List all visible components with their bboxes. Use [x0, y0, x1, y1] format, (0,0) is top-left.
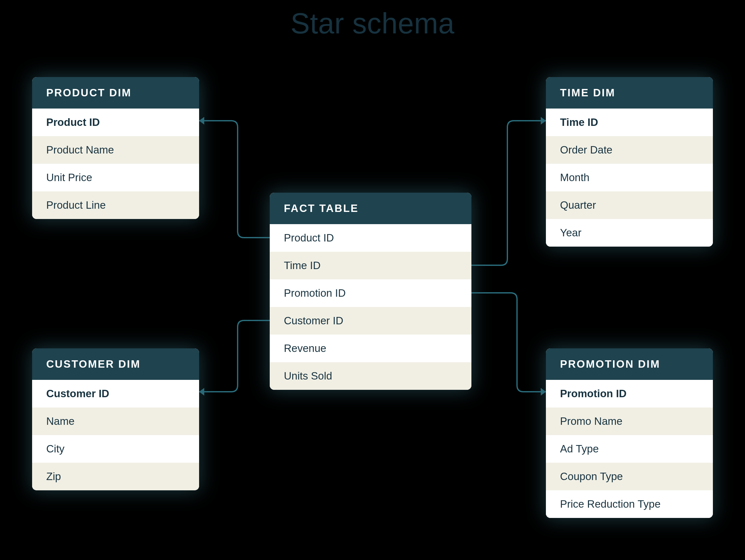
table-row: Quarter [546, 191, 713, 219]
connector-customer [199, 321, 270, 392]
table-row: Name [32, 407, 199, 435]
connector-promotion [472, 293, 546, 392]
table-product-dim: PRODUCT DIM Product ID Product Name Unit… [32, 77, 199, 219]
table-row: Zip [32, 463, 199, 490]
table-row: Order Date [546, 136, 713, 164]
connector-product [199, 121, 270, 238]
table-row: Customer ID [270, 307, 472, 335]
table-row: Unit Price [32, 164, 199, 191]
table-row: Revenue [270, 335, 472, 362]
table-row: Price Reduction Type [546, 490, 713, 518]
table-row: Product ID [32, 108, 199, 136]
connector-customer-arrow [199, 388, 204, 396]
connector-time-arrow [541, 117, 546, 125]
table-time-dim: TIME DIM Time ID Order Date Month Quarte… [546, 77, 713, 246]
table-promotion-dim: PROMOTION DIM Promotion ID Promo Name Ad… [546, 349, 713, 518]
table-row: Product Name [32, 136, 199, 164]
table-fact: FACT TABLE Product ID Time ID Promotion … [270, 193, 472, 390]
table-header: TIME DIM [546, 77, 713, 108]
table-row: City [32, 435, 199, 463]
connector-promotion-arrow [541, 388, 546, 396]
table-header: PROMOTION DIM [546, 349, 713, 380]
table-row: Month [546, 164, 713, 191]
table-row: Promo Name [546, 407, 713, 435]
table-customer-dim: CUSTOMER DIM Customer ID Name City Zip [32, 349, 199, 490]
connector-product-arrow [199, 117, 204, 125]
table-row: Product ID [270, 224, 472, 252]
table-row: Coupon Type [546, 463, 713, 490]
diagram-stage: Star schema PRODUCT DIM Product ID Produ… [0, 0, 745, 560]
table-row: Time ID [546, 108, 713, 136]
table-header: FACT TABLE [270, 193, 472, 224]
table-row: Customer ID [32, 380, 199, 407]
table-header: CUSTOMER DIM [32, 349, 199, 380]
connector-time [472, 121, 546, 265]
table-row: Promotion ID [546, 380, 713, 407]
table-row: Promotion ID [270, 279, 472, 307]
table-row: Time ID [270, 252, 472, 279]
diagram-title: Star schema [0, 7, 745, 40]
table-row: Product Line [32, 191, 199, 219]
table-header: PRODUCT DIM [32, 77, 199, 108]
table-row: Year [546, 219, 713, 246]
table-row: Units Sold [270, 362, 472, 390]
table-row: Ad Type [546, 435, 713, 463]
